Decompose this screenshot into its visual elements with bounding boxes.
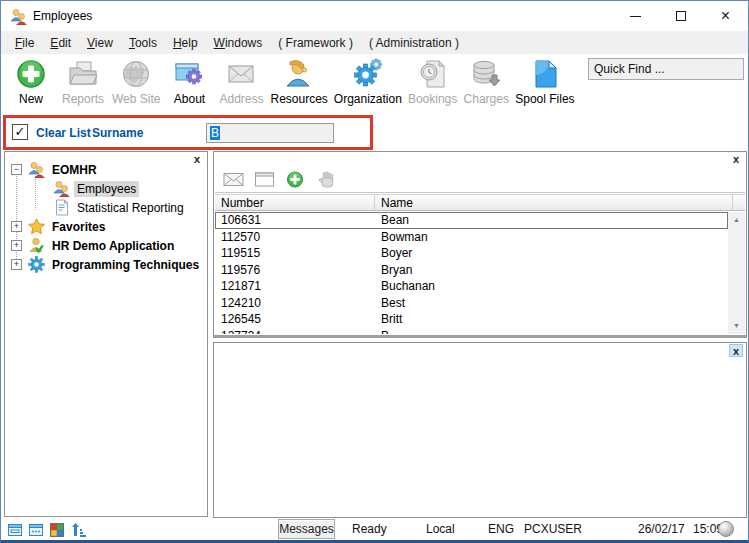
tree-item-label: HR Demo Application xyxy=(49,238,177,254)
toolbar-button-reports[interactable]: Reports xyxy=(57,57,109,107)
hand-icon[interactable] xyxy=(316,171,338,188)
menu-windows[interactable]: Windows xyxy=(206,33,271,53)
reports-folder-icon xyxy=(67,58,99,90)
toolbar-label: Charges xyxy=(464,92,509,106)
employee-number: 127734 xyxy=(215,329,375,334)
connection-indicator-icon xyxy=(718,521,734,537)
close-detail-panel-button[interactable]: x xyxy=(729,344,743,357)
employees-list: 106631 Bean 112570 Bowman 119515 Boyer 1… xyxy=(215,212,728,334)
toolbar-button-spool-files[interactable]: Spool Files xyxy=(512,57,577,107)
scroll-up-icon[interactable]: ▲ xyxy=(728,212,745,228)
collapse-icon[interactable]: − xyxy=(11,164,22,175)
window-layout-icon[interactable] xyxy=(7,522,23,538)
employee-number: 121871 xyxy=(215,279,375,293)
menu-tools[interactable]: Tools xyxy=(121,33,165,53)
status-local: Local xyxy=(426,522,455,536)
vertical-scrollbar[interactable]: ▲ ▼ xyxy=(728,212,745,334)
menu-file[interactable]: File xyxy=(7,33,42,53)
employee-name: Best xyxy=(375,296,728,310)
employee-name: Britt xyxy=(375,312,728,326)
close-list-panel-button[interactable]: x xyxy=(729,153,743,166)
menu-help[interactable]: Help xyxy=(165,33,206,53)
toolbar-button-web-site[interactable]: Web Site xyxy=(109,57,163,107)
mail-icon[interactable] xyxy=(223,171,245,188)
list-row[interactable]: 119515 Boyer xyxy=(215,245,728,262)
navigation-tree: − EOMHR Employees xyxy=(5,152,207,274)
expand-icon[interactable]: + xyxy=(11,259,22,270)
toolbar-button-organization[interactable]: Organization xyxy=(331,57,405,107)
column-header-number[interactable]: Number xyxy=(215,195,375,210)
menu-bar: File Edit View Tools Help Windows ( Fram… xyxy=(1,31,748,54)
close-button[interactable]: × xyxy=(703,1,748,31)
add-record-icon[interactable] xyxy=(285,171,307,188)
tree-item-favorites[interactable]: + Favorites xyxy=(5,217,207,236)
employee-name: Boyer xyxy=(375,246,728,260)
maximize-icon xyxy=(676,11,686,21)
toolbar-button-about[interactable]: About xyxy=(163,57,215,107)
employee-number: 126545 xyxy=(215,312,375,326)
employee-number: 119576 xyxy=(215,263,375,277)
sort-ascending-icon[interactable] xyxy=(71,522,87,538)
status-user: PCXUSER xyxy=(524,522,582,536)
toolbar-label: Address xyxy=(219,92,263,106)
clear-list-checkbox[interactable]: ✓ xyxy=(12,124,28,140)
resources-person-icon xyxy=(283,58,315,90)
list-row[interactable]: 119576 Bryan xyxy=(215,262,728,279)
toolbar-button-charges[interactable]: Charges xyxy=(460,57,512,107)
toolbar-label: Web Site xyxy=(112,92,160,106)
toolbar-button-address[interactable]: Address xyxy=(215,57,267,107)
employee-name: Buchanan xyxy=(375,279,728,293)
tree-item-eomhr[interactable]: − EOMHR xyxy=(5,160,207,179)
menu-edit[interactable]: Edit xyxy=(42,33,79,53)
employees-list-panel: x xyxy=(213,151,747,338)
list-row[interactable]: 121871 Buchanan xyxy=(215,278,728,295)
menu-view[interactable]: View xyxy=(79,33,121,53)
list-row[interactable]: 124210 Best xyxy=(215,295,728,312)
column-header-spacer xyxy=(733,195,745,210)
maximize-button[interactable] xyxy=(658,1,703,31)
window-icon[interactable] xyxy=(254,171,276,188)
list-row[interactable]: 106631 Bean xyxy=(215,212,728,229)
spool-files-document-icon xyxy=(529,58,561,90)
expand-icon[interactable]: + xyxy=(11,240,22,251)
menu-administration[interactable]: ( Administration ) xyxy=(361,33,467,53)
scroll-down-icon[interactable]: ▼ xyxy=(728,318,745,334)
list-header: Number Name xyxy=(215,194,745,211)
column-header-name[interactable]: Name xyxy=(375,195,733,210)
employee-number: 112570 xyxy=(215,230,375,244)
about-window-gear-icon xyxy=(173,58,205,90)
employee-name: B xyxy=(375,329,728,334)
toolbar-button-bookings[interactable]: Bookings xyxy=(405,57,460,107)
surname-input[interactable]: B xyxy=(206,123,334,143)
window-title: Employees xyxy=(33,9,92,23)
list-toolbar xyxy=(215,166,745,193)
employee-name: Bowman xyxy=(375,230,728,244)
gear-icon xyxy=(28,256,45,273)
star-icon xyxy=(28,218,45,235)
tree-item-programming-techniques[interactable]: + Programming Techniques xyxy=(5,255,207,274)
toolbar-button-resources[interactable]: Resources xyxy=(267,57,330,107)
window-grid-icon[interactable] xyxy=(28,522,44,538)
messages-button[interactable]: Messages xyxy=(278,519,335,539)
color-grid-icon[interactable] xyxy=(49,522,65,538)
quick-find-input[interactable] xyxy=(588,58,744,80)
employee-number: 124210 xyxy=(215,296,375,310)
list-row[interactable]: 126545 Britt xyxy=(215,311,728,328)
list-row-partial[interactable]: 127734 B xyxy=(215,328,728,335)
minimize-button[interactable] xyxy=(613,1,658,31)
list-row[interactable]: 112570 Bowman xyxy=(215,229,728,246)
app-icon xyxy=(10,8,27,25)
report-document-icon xyxy=(53,199,70,216)
menu-framework[interactable]: ( Framework ) xyxy=(270,33,361,53)
toolbar-label: About xyxy=(174,92,205,106)
status-date: 26/02/17 xyxy=(638,522,685,536)
tree-item-employees[interactable]: Employees xyxy=(47,179,207,198)
tree-item-statistical-reporting[interactable]: Statistical Reporting xyxy=(47,198,207,217)
expand-icon[interactable]: + xyxy=(11,221,22,232)
tree-item-hr-demo-application[interactable]: + HR Demo Application xyxy=(5,236,207,255)
toolbar-label: Reports xyxy=(62,92,104,106)
employee-name: Bean xyxy=(375,213,728,227)
new-plus-icon xyxy=(15,58,47,90)
toolbar-button-new[interactable]: New xyxy=(5,57,57,107)
employees-group-icon xyxy=(53,180,70,197)
